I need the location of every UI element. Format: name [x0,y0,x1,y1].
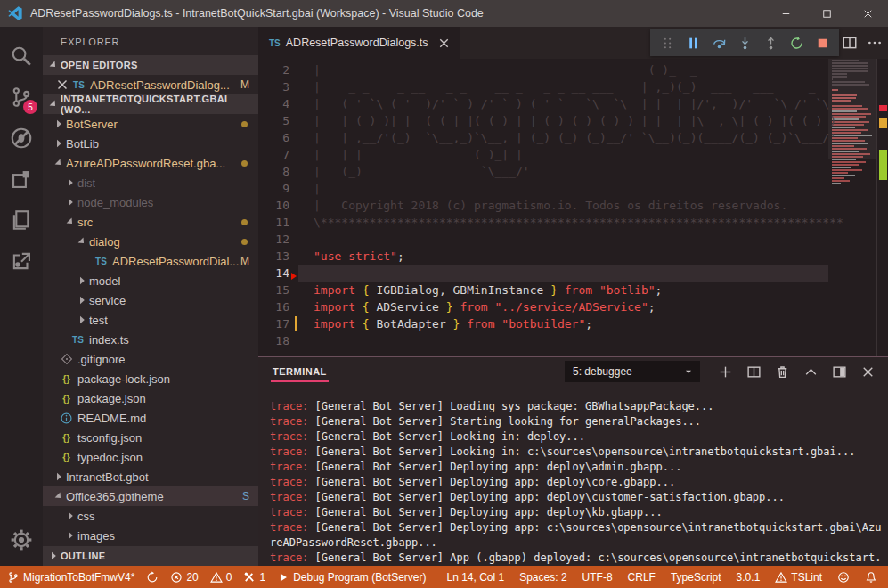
tree-item-azureadpasswordreset-gba[interactable]: AzureADPasswordReset.gba... [43,153,258,173]
settings-icon[interactable] [0,519,43,560]
step-into-icon[interactable] [735,33,754,53]
tab-adresetpassworddialogs[interactable]: TS ADResetPasswordDialogs.ts [258,27,460,59]
status-debug-launch[interactable]: Debug Program (BotServer) [277,571,426,584]
line-number[interactable]: 9 [258,180,289,197]
line-number[interactable]: 4 [258,95,289,112]
close-panel-icon[interactable] [860,364,876,380]
tree-item-tsconfig-json[interactable]: {}tsconfig.json [43,428,258,447]
stop-icon[interactable] [812,33,832,53]
code-line-2[interactable]: 2| ( )_ _ [258,61,828,78]
open-editor-item[interactable]: TS ADResetPasswordDialog... M [43,75,258,94]
status-feedback[interactable] [837,571,850,584]
line-number[interactable]: 18 [258,332,289,349]
maximize-button[interactable] [806,0,847,27]
debug-icon[interactable] [0,118,43,159]
minimize-button[interactable] [765,0,806,27]
step-out-icon[interactable] [761,33,780,53]
code-line-10[interactable]: 10| Copyright 2018 (c) pragmatismo.io. T… [258,197,828,214]
line-number[interactable]: 15 [258,282,289,298]
new-terminal-icon[interactable] [718,364,733,380]
line-number[interactable]: 12 [258,231,289,248]
status-notifications[interactable] [865,571,877,584]
tree-item-images[interactable]: images [43,526,258,545]
tree-item-test[interactable]: test [43,310,258,330]
terminal-selector[interactable]: 5: debuggee [565,361,700,382]
tree-item-adresetpassworddial[interactable]: TSADResetPasswordDial...M [43,251,258,271]
tree-item-package-json[interactable]: {}package.json [43,388,258,408]
line-number[interactable]: 10 [258,197,289,214]
line-number[interactable]: 6 [258,129,289,146]
search-icon[interactable] [0,36,43,77]
code-line-11[interactable]: 11\*************************************… [258,214,828,231]
line-number[interactable]: 11 [258,214,289,231]
status-encoding[interactable]: UTF-8 [582,571,613,584]
code-line-16[interactable]: 16import { ADService } from "../service/… [258,298,828,315]
tree-item-css[interactable]: css [43,506,258,526]
line-number[interactable]: 2 [258,61,289,78]
code-line-18[interactable]: 18 [258,332,828,349]
open-editors-section-header[interactable]: OPEN EDITORS [43,55,258,75]
code-line-8[interactable]: 8| (_) `\___/' [258,163,828,180]
tree-item-botlib[interactable]: BotLib [43,134,258,153]
code-line-5[interactable]: 5| | (_) )| | ( (_| |( (_) | | ( ) ( ) (… [258,112,828,129]
tree-item-dist[interactable]: dist [43,173,258,192]
status-warnings[interactable]: 0 [210,571,232,584]
share-icon[interactable] [0,241,43,282]
code-line-13[interactable]: 13"use strict"; [258,248,828,265]
terminal-output[interactable]: trace: [General Bot Server] Loading sys … [258,386,888,566]
status-eol[interactable]: CRLF [628,571,656,584]
pause-icon[interactable] [683,33,703,53]
tree-item-typedoc-json[interactable]: {}typedoc.json [43,447,258,467]
step-over-icon[interactable] [709,33,729,53]
line-number[interactable]: 13 [258,248,289,265]
status-tslint-status[interactable]: TSLint [775,571,822,584]
code-line-17[interactable]: 17import { BotAdapter } from "botbuilder… [258,315,828,332]
line-number[interactable]: 16 [258,298,289,315]
kill-terminal-icon[interactable] [775,364,790,380]
code-editor[interactable]: 2| ( )_ _3| _ _ _ __ _ _ __ _ _ _ __ ___… [258,59,888,356]
split-editor-icon[interactable] [842,35,858,51]
tree-item-src[interactable]: src [43,212,258,232]
code-line-6[interactable]: 6| | ,__/'(_) `\__,_)`\__, | (_) (_) (_)… [258,129,828,146]
source-control-icon[interactable]: 5 [0,77,43,118]
tree-item-readme-md[interactable]: README.md [43,408,258,428]
documents-icon[interactable] [0,200,43,241]
overview-ruler[interactable] [876,59,888,356]
code-line-14[interactable]: 14 [258,265,828,282]
line-number[interactable]: 14 [258,265,289,282]
line-number[interactable]: 7 [258,146,289,163]
close-icon[interactable] [55,78,69,92]
tree-item-index-ts[interactable]: TSindex.ts [43,330,258,349]
code-line-7[interactable]: 7| | | ( )_| | [258,146,828,163]
tree-item-package-lock-json[interactable]: {}package-lock.json [43,369,258,388]
line-number[interactable]: 5 [258,112,289,129]
line-number[interactable]: 8 [258,163,289,180]
status-errors[interactable]: 20 [170,571,198,584]
tree-item-botserver[interactable]: BotServer [43,114,258,134]
split-terminal-icon[interactable] [746,364,762,380]
code-line-3[interactable]: 3| _ _ _ __ _ _ __ _ _ _ __ ___ | ,_)(_)… [258,78,828,95]
tree-item-service[interactable]: service [43,290,258,310]
tree-item-dialog[interactable]: dialog [43,232,258,251]
close-button[interactable] [847,0,888,27]
line-number[interactable]: 17 [258,315,289,332]
tree-item-gitignore[interactable]: .gitignore [43,349,258,369]
workspace-section-header[interactable]: INTRANETBOTQUICKSTART.GBAI (WO... [43,94,258,114]
more-actions-icon[interactable] [867,35,883,51]
restart-icon[interactable] [786,33,806,53]
code-line-15[interactable]: 15import { IGBDialog, GBMinInstance } fr… [258,282,828,298]
minimap[interactable] [828,59,876,356]
status-tool-status[interactable]: 1 [243,571,265,584]
maximize-panel-icon[interactable] [803,364,819,380]
line-number[interactable]: 3 [258,78,289,95]
close-tab-icon[interactable] [437,37,451,50]
status-sync[interactable] [146,571,159,584]
tree-item-intranetbot-gbot[interactable]: IntranetBot.gbot [43,467,258,486]
tree-item-office365-gbtheme[interactable]: Office365.gbthemeS [43,486,258,506]
move-panel-icon[interactable] [832,364,847,380]
outline-section-header[interactable]: OUTLINE [43,546,258,566]
status-indentation[interactable]: Spaces: 2 [519,571,566,584]
tab-terminal[interactable]: TERMINAL [271,361,329,382]
status-cursor-position[interactable]: Ln 14, Col 1 [446,571,504,584]
status-language-mode[interactable]: TypeScript [671,571,721,584]
